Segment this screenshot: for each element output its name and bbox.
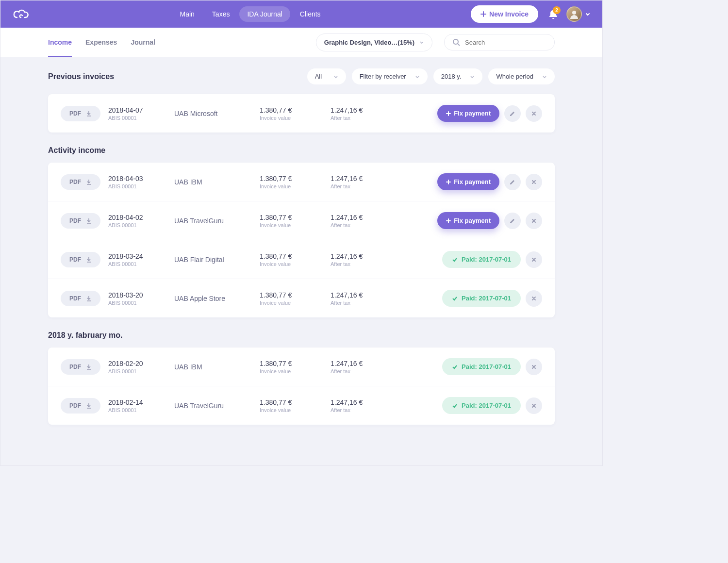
chevron-down-icon bbox=[542, 74, 547, 79]
after-tax-label: After tax bbox=[331, 115, 394, 121]
delete-button[interactable] bbox=[526, 397, 542, 414]
user-menu[interactable] bbox=[566, 6, 591, 22]
invoice-date: 2018-03-20 bbox=[108, 291, 166, 299]
section-title: 2018 y. fabruary mo. bbox=[48, 331, 555, 340]
edit-icon bbox=[509, 179, 516, 185]
after-tax-value: 1.247,16 € bbox=[331, 106, 394, 114]
pdf-download-button[interactable]: PDF bbox=[61, 106, 100, 121]
plus-icon bbox=[446, 180, 451, 184]
after-tax-value: 1.247,16 € bbox=[331, 398, 394, 406]
after-tax-label: After tax bbox=[331, 183, 394, 189]
nav-taxes[interactable]: Taxes bbox=[204, 6, 238, 22]
after-tax-value: 1.247,16 € bbox=[331, 214, 394, 221]
close-icon bbox=[531, 257, 537, 263]
invoice-client: UAB IBM bbox=[174, 178, 252, 186]
delete-button[interactable] bbox=[526, 290, 542, 307]
pdf-download-button[interactable]: PDF bbox=[61, 252, 100, 267]
edit-button[interactable] bbox=[504, 213, 521, 229]
download-icon bbox=[86, 403, 92, 409]
invoice-value-label: Invoice value bbox=[260, 115, 323, 121]
pdf-download-button[interactable]: PDF bbox=[61, 213, 100, 229]
search-box[interactable] bbox=[444, 34, 555, 50]
download-icon bbox=[86, 111, 92, 116]
plus-icon bbox=[446, 218, 451, 223]
nav-clients[interactable]: Clients bbox=[292, 6, 329, 22]
edit-button[interactable] bbox=[504, 174, 521, 190]
paid-badge: Paid: 2017-07-01 bbox=[442, 358, 521, 375]
pdf-download-button[interactable]: PDF bbox=[61, 291, 100, 306]
tab-income[interactable]: Income bbox=[48, 28, 72, 57]
tab-expenses[interactable]: Expenses bbox=[85, 28, 117, 57]
delete-button[interactable] bbox=[526, 359, 542, 375]
fix-payment-button[interactable]: Fix payment bbox=[437, 105, 499, 122]
invoice-code: ABIS 00001 bbox=[108, 115, 166, 121]
invoice-client: UAB TravelGuru bbox=[174, 402, 252, 410]
invoice-value-label: Invoice value bbox=[260, 222, 323, 228]
chevron-down-icon bbox=[470, 74, 475, 79]
notifications-badge: 2 bbox=[553, 6, 561, 14]
paid-badge: Paid: 2017-07-01 bbox=[442, 251, 521, 268]
invoice-row: PDF 2018-02-20 ABIS 00001 UAB IBM 1.380,… bbox=[48, 348, 555, 386]
new-invoice-label: New Invoice bbox=[489, 10, 529, 18]
check-icon bbox=[452, 296, 458, 301]
invoice-value: 1.380,77 € bbox=[260, 106, 323, 114]
section-title: Previous invoices bbox=[48, 72, 301, 81]
svg-point-1 bbox=[453, 39, 458, 44]
notifications-button[interactable]: 2 bbox=[549, 9, 558, 19]
primary-nav: Main Taxes IDA Journal Clients bbox=[172, 6, 328, 22]
close-icon bbox=[531, 364, 537, 370]
invoice-code: ABIS 00001 bbox=[108, 368, 166, 374]
delete-button[interactable] bbox=[526, 174, 542, 190]
filter-status[interactable]: All bbox=[307, 68, 346, 84]
new-invoice-button[interactable]: New Invoice bbox=[471, 5, 538, 23]
close-icon bbox=[531, 296, 537, 301]
edit-button[interactable] bbox=[504, 105, 521, 122]
pdf-download-button[interactable]: PDF bbox=[61, 359, 100, 375]
invoice-client: UAB IBM bbox=[174, 363, 252, 371]
plus-icon bbox=[446, 111, 451, 116]
check-icon bbox=[452, 257, 458, 263]
check-icon bbox=[452, 364, 458, 370]
download-icon bbox=[86, 296, 92, 301]
tab-journal[interactable]: Journal bbox=[131, 28, 155, 57]
invoice-client: UAB Apple Store bbox=[174, 295, 252, 302]
chevron-down-icon bbox=[585, 11, 591, 17]
nav-ida-journal[interactable]: IDA Journal bbox=[239, 6, 290, 22]
close-icon bbox=[531, 218, 537, 224]
invoice-row: PDF 2018-04-07 ABIS 00001 UAB Microsoft … bbox=[48, 94, 555, 132]
nav-main[interactable]: Main bbox=[172, 6, 202, 22]
fix-payment-button[interactable]: Fix payment bbox=[437, 173, 499, 190]
check-icon bbox=[452, 403, 458, 409]
pdf-download-button[interactable]: PDF bbox=[61, 174, 100, 190]
paid-badge: Paid: 2017-07-01 bbox=[442, 290, 521, 307]
filter-period[interactable]: Whole period bbox=[488, 68, 555, 84]
edit-icon bbox=[509, 217, 516, 224]
category-dropdown[interactable]: Graphic Design, Video…(15%) bbox=[316, 33, 432, 51]
chevron-down-icon bbox=[419, 40, 424, 45]
after-tax-value: 1.247,16 € bbox=[331, 291, 394, 299]
invoice-code: ABIS 00001 bbox=[108, 300, 166, 306]
invoice-value: 1.380,77 € bbox=[260, 252, 323, 260]
after-tax-label: After tax bbox=[331, 300, 394, 306]
app-logo[interactable] bbox=[12, 5, 30, 23]
filter-receiver[interactable]: Filter by receiver bbox=[352, 68, 428, 84]
invoice-date: 2018-04-03 bbox=[108, 175, 166, 182]
invoice-date: 2018-02-20 bbox=[108, 360, 166, 367]
after-tax-label: After tax bbox=[331, 222, 394, 228]
invoice-code: ABIS 00001 bbox=[108, 261, 166, 267]
search-input[interactable] bbox=[465, 39, 546, 46]
invoice-row: PDF 2018-04-02 ABIS 00001 UAB TravelGuru… bbox=[48, 201, 555, 240]
sub-tabs: Income Expenses Journal bbox=[48, 28, 155, 57]
fix-payment-button[interactable]: Fix payment bbox=[437, 212, 499, 229]
invoice-value-label: Invoice value bbox=[260, 368, 323, 374]
delete-button[interactable] bbox=[526, 105, 542, 122]
pdf-download-button[interactable]: PDF bbox=[61, 398, 100, 414]
plus-icon bbox=[480, 11, 486, 17]
delete-button[interactable] bbox=[526, 251, 542, 268]
download-icon bbox=[86, 257, 92, 263]
delete-button[interactable] bbox=[526, 213, 542, 229]
filter-year[interactable]: 2018 y. bbox=[433, 68, 483, 84]
download-icon bbox=[86, 218, 92, 224]
invoice-value: 1.380,77 € bbox=[260, 175, 323, 182]
invoice-value-label: Invoice value bbox=[260, 300, 323, 306]
